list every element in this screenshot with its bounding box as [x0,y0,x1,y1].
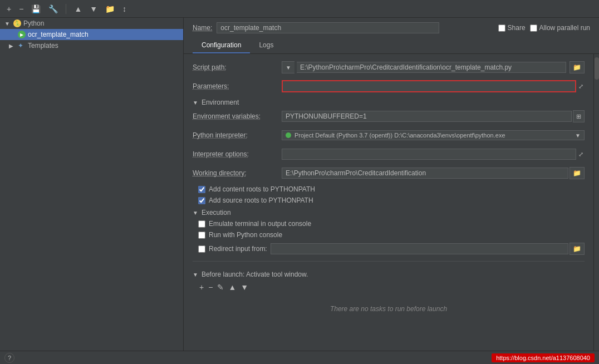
interpreter-options-expand[interactable]: ⤢ [577,150,585,159]
environment-label: Environment [202,99,239,106]
script-path-input[interactable] [297,62,566,73]
script-path-label: Script path: [193,63,282,71]
add-source-roots-label: Add source roots to PYTHONPATH [209,196,313,204]
interpreter-options-input[interactable] [282,149,576,160]
move-up-button[interactable]: ▲ [72,3,84,14]
emulate-terminal-row: Emulate terminal in output console [193,220,585,228]
config-content: Script path: ▼ 📁 Parameters: ⤢ ▼ [184,54,593,351]
script-path-folder-btn[interactable]: 📁 [569,61,585,73]
before-launch-arrow[interactable]: ▼ [193,272,198,278]
right-panel: Name: Share Allow parallel run Configura… [184,18,599,351]
green-dot-icon [286,132,291,138]
templates-icon: ✦ [18,42,26,50]
before-launch-section: ▼ Before launch: Activate tool window. +… [193,261,585,322]
launch-toolbar: + − ✎ ▲ ▼ [193,282,585,293]
env-variables-row: Environment variables: ⊞ [193,110,585,123]
share-row: Share Allow parallel run [498,24,590,32]
launch-remove-btn[interactable]: − [207,282,214,293]
run-config-label: ocr_template_match [28,31,89,38]
folder-button[interactable]: 📁 [103,3,117,14]
python-group[interactable]: ▼ 🐍 Python [0,18,183,29]
sort-button[interactable]: ↕ [120,3,129,14]
share-checkbox-label[interactable]: Share [498,24,526,32]
redirect-input-input[interactable] [271,243,568,254]
interpreter-select[interactable]: Project Default (Python 3.7 (opentf)) D:… [282,130,585,140]
python-arrow: ▼ [4,21,11,27]
launch-up-btn[interactable]: ▲ [227,282,237,293]
parameters-row: Parameters: ⤢ [193,80,585,93]
python-icon: 🐍 [13,19,21,27]
interpreter-dropdown-icon: ▼ [575,132,581,139]
env-variables-label: Environment variables: [193,112,282,120]
name-label: Name: [193,24,212,32]
before-launch-label: Before launch: Activate tool window. [202,270,308,278]
launch-edit-btn[interactable]: ✎ [216,282,225,293]
csdn-badge: https://blog.csdn.net/a1137608040 [492,353,595,362]
redirect-input-folder-btn[interactable]: 📁 [569,243,585,255]
name-input[interactable] [217,22,439,33]
working-directory-folder-btn[interactable]: 📁 [569,167,585,179]
settings-button[interactable]: 🔧 [46,3,60,14]
templates-item[interactable]: ▶ ✦ Templates [0,40,183,51]
allow-parallel-text: Allow parallel run [539,24,590,32]
add-source-roots-checkbox[interactable] [198,197,205,204]
tab-logs[interactable]: Logs [250,38,282,53]
run-python-console-checkbox[interactable] [198,232,205,239]
name-row: Name: Share Allow parallel run [184,18,599,38]
execution-arrow[interactable]: ▼ [193,210,198,216]
interpreter-label: Python interpreter: [193,131,282,139]
environment-section-header: ▼ Environment [193,99,585,106]
templates-label: Templates [28,42,58,50]
redirect-input-row: Redirect input from: 📁 [193,242,585,255]
interpreter-row: Python interpreter: Project Default (Pyt… [193,129,585,142]
add-button[interactable]: + [4,3,13,14]
tabs: Configuration Logs [184,38,599,54]
run-python-console-row: Run with Python console [193,231,585,239]
bottom-bar: ? https://blog.csdn.net/a1137608040 [0,351,599,364]
main-layout: ▼ 🐍 Python ▶ ocr_template_match ▶ ✦ Temp… [0,18,599,351]
run-config-item[interactable]: ▶ ocr_template_match [0,29,183,40]
right-scrollbar[interactable] [593,54,599,351]
no-tasks-label: There are no tasks to run before launch [193,296,585,322]
toolbar: + − 💾 🔧 ▲ ▼ 📁 ↕ [0,0,599,18]
add-source-roots-row: Add source roots to PYTHONPATH [193,196,585,204]
interpreter-value: Project Default (Python 3.7 (opentf)) D:… [294,132,572,139]
launch-down-btn[interactable]: ▼ [239,282,249,293]
parameters-input[interactable] [282,80,576,92]
tab-configuration[interactable]: Configuration [193,38,250,53]
add-content-roots-row: Add content roots to PYTHONPATH [193,185,585,193]
environment-arrow[interactable]: ▼ [193,100,198,106]
templates-arrow: ▶ [9,43,16,49]
add-content-roots-checkbox[interactable] [198,186,205,193]
remove-button[interactable]: − [17,3,26,14]
allow-parallel-checkbox[interactable] [530,24,537,32]
launch-add-btn[interactable]: + [198,282,205,293]
script-path-input-row: ▼ 📁 [282,61,585,73]
share-label: Share [508,24,526,32]
parameters-expand-btn[interactable]: ⤢ [577,82,585,91]
share-checkbox[interactable] [498,24,505,32]
env-variables-input[interactable] [282,111,572,122]
add-content-roots-label: Add content roots to PYTHONPATH [209,185,315,193]
redirect-input-checkbox[interactable] [198,245,205,253]
redirect-input-label: Redirect input from: [209,245,267,253]
working-directory-input[interactable] [282,168,568,179]
run-config-icon: ▶ [18,31,26,38]
script-path-row: Script path: ▼ 📁 [193,61,585,74]
emulate-terminal-label: Emulate terminal in output console [209,220,311,228]
execution-section-header: ▼ Execution [193,209,585,217]
move-down-button[interactable]: ▼ [87,3,100,14]
scrollbar-thumb [595,57,599,80]
script-path-dropdown[interactable]: ▼ [282,61,294,73]
save-button[interactable]: 💾 [29,3,43,14]
emulate-terminal-checkbox[interactable] [198,220,205,228]
left-panel: ▼ 🐍 Python ▶ ocr_template_match ▶ ✦ Temp… [0,18,184,351]
help-button[interactable]: ? [4,353,14,363]
before-launch-header: ▼ Before launch: Activate tool window. [193,270,585,278]
env-variables-btn[interactable]: ⊞ [573,110,585,122]
working-directory-label: Working directory: [193,169,282,177]
python-group-label: Python [23,19,44,27]
interpreter-options-label: Interpreter options: [193,150,282,158]
working-directory-row: Working directory: 📁 [193,166,585,180]
allow-parallel-label[interactable]: Allow parallel run [530,24,590,32]
